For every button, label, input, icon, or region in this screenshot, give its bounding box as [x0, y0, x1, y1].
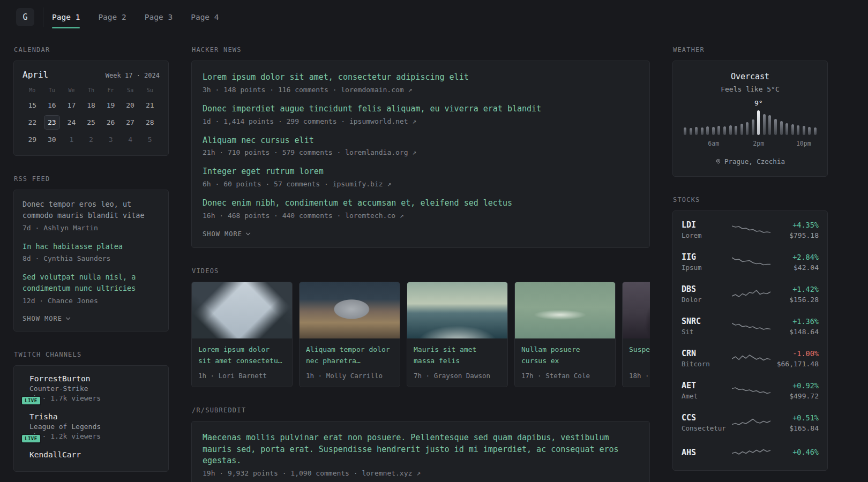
weather-bar	[712, 127, 715, 135]
tab-page-4[interactable]: Page 4	[191, 0, 219, 34]
story-stats: 21h · 710 points · 579 comments ·	[203, 148, 341, 156]
story-title-link[interactable]: Donec enim nibh, condimentum et accumsan…	[203, 198, 639, 209]
stock-id: AHS	[682, 448, 732, 459]
story-meta: 3h · 148 points · 116 comments · loremdo…	[203, 86, 639, 94]
video-meta: 17h · Stefan Cole	[521, 372, 609, 380]
stock-sparkline	[732, 222, 770, 238]
post-meta: 19h · 9,932 points · 1,090 comments · lo…	[203, 469, 639, 477]
post-domain-link[interactable]: loremnet.xyz ↗	[362, 469, 421, 477]
stock-price: $499.72	[770, 392, 819, 400]
stock-row[interactable]: IIG Ipsum +2.84% $42.04	[682, 246, 819, 278]
stock-price: $165.84	[770, 424, 819, 432]
rss-show-more-button[interactable]: SHOW MORE	[23, 315, 70, 322]
stock-row[interactable]: CCS Consectetur +0.51% $165.84	[682, 406, 819, 439]
subreddit-card: Maecenas mollis pulvinar erat non posuer…	[191, 421, 650, 482]
story-domain-link[interactable]: ipsumify.biz ↗	[333, 180, 392, 188]
stock-change: -1.00%	[770, 349, 819, 358]
stock-id: DBS Dolor	[682, 284, 732, 304]
story: Donec imperdiet augue tincidunt felis al…	[203, 103, 639, 125]
stock-name: Amet	[682, 392, 732, 400]
stock-change: +1.42%	[770, 285, 819, 293]
stock-values: +0.51% $165.84	[770, 413, 819, 432]
calendar-section-title: CALENDAR	[14, 46, 168, 54]
stock-id: SNRC Sit	[682, 317, 732, 336]
video-card[interactable]: Mauris sit amet massa felis 7h · Grayson…	[407, 282, 508, 387]
reddit-post: Maecenas mollis pulvinar erat non posuer…	[203, 432, 639, 477]
stock-sparkline	[732, 382, 770, 398]
video-title: Suspendisse diam	[629, 344, 650, 367]
twitch-channel[interactable]: KendallCarr	[23, 450, 160, 459]
post-title-link[interactable]: Maecenas mollis pulvinar erat non posuer…	[203, 432, 639, 467]
twitch-channel[interactable]: LIVE Trisha League of Legends 3h · 1.2k …	[23, 412, 160, 440]
stock-values: +2.84% $42.04	[770, 253, 819, 272]
page-tabs: Page 1 Page 2 Page 3 Page 4	[52, 0, 237, 34]
subreddit-section-title: /R/SUBREDDIT	[192, 406, 649, 414]
hackernews-section-title: HACKER NEWS	[192, 46, 649, 54]
story-meta: 6h · 60 points · 57 comments · ipsumify.…	[203, 180, 639, 188]
stock-sparkline	[732, 445, 770, 461]
stock-row[interactable]: AET Amet +0.92% $499.72	[682, 374, 819, 406]
app-logo[interactable]: G	[16, 8, 34, 26]
twitch-channel[interactable]: LIVE ForrestBurton Counter-Strike 1h · 1…	[23, 374, 160, 402]
weather-bar	[780, 121, 783, 135]
stock-name: Consectetur	[682, 424, 732, 432]
stock-row[interactable]: LDI Lorem +4.35% $795.18	[682, 214, 819, 246]
channel-game: Counter-Strike	[29, 385, 101, 393]
weather-bar	[774, 119, 777, 135]
story-domain-link[interactable]: loremtech.co ↗	[345, 212, 404, 220]
story-domain-link[interactable]: loremlandia.org ↗	[345, 148, 416, 156]
video-body: Nullam posuere cursus ex 17h · Stefan Co…	[515, 338, 615, 387]
rss-section-title: RSS FEED	[14, 175, 168, 183]
tab-page-2[interactable]: Page 2	[98, 0, 126, 34]
location-pin-icon	[715, 158, 721, 165]
video-title: Nullam posuere cursus ex	[521, 344, 609, 367]
stock-row[interactable]: SNRC Sit +1.36% $148.64	[682, 310, 819, 342]
stock-id: AET Amet	[682, 381, 732, 400]
calendar-day: 25	[83, 115, 99, 130]
post-stats: 19h · 9,932 points · 1,090 comments ·	[203, 469, 358, 477]
weather-time-label: 6am	[708, 140, 719, 147]
stock-row[interactable]: AHS +0.46%	[682, 439, 819, 468]
video-card[interactable]: Nullam posuere cursus ex 17h · Stefan Co…	[514, 282, 616, 387]
rss-item-title-link[interactable]: Sed volutpat nulla nisl, a condimentum n…	[23, 272, 160, 295]
stocks-widget: STOCKS LDI Lorem +4.35% $795.18	[672, 196, 828, 471]
story-title-link[interactable]: Integer eget rutrum lorem	[203, 166, 639, 178]
stock-name: Lorem	[682, 231, 732, 239]
stock-ticker: LDI	[682, 220, 732, 230]
calendar-dow: We	[62, 87, 81, 95]
rss-item-title-link[interactable]: Donec tempor eros leo, ut commodo mauris…	[23, 199, 160, 222]
video-title: Aliquam tempor dolor nec pharetra…	[306, 344, 393, 367]
video-card[interactable]: Suspendisse diam 18h · Tara	[622, 282, 650, 387]
stock-price: $42.04	[770, 263, 819, 272]
weather-bar	[723, 126, 726, 135]
weather-bar	[746, 122, 749, 135]
content-grid: CALENDAR April Week 17 · 2024 Mo Tu We T…	[0, 34, 868, 482]
stock-values: +0.46%	[770, 448, 819, 458]
stock-name: Dolor	[682, 296, 732, 304]
story-domain-link[interactable]: ipsumworld.net ↗	[349, 117, 416, 125]
story-meta: 16h · 468 points · 440 comments · loremt…	[203, 212, 639, 220]
story-title-link[interactable]: Lorem ipsum dolor sit amet, consectetur …	[203, 72, 639, 84]
rss-item-title-link[interactable]: In hac habitasse platea	[23, 241, 160, 252]
story-meta: 21h · 710 points · 579 comments · loreml…	[203, 148, 639, 156]
tab-page-1[interactable]: Page 1	[52, 0, 80, 34]
twitch-section-title: TWITCH CHANNELS	[14, 351, 168, 358]
story-title-link[interactable]: Aliquam nec cursus elit	[203, 135, 639, 147]
stock-ticker: AHS	[682, 448, 732, 457]
chevron-down-icon	[246, 231, 250, 235]
story-stats: 1d · 1,414 points · 299 comments ·	[203, 117, 345, 125]
hackernews-show-more-button[interactable]: SHOW MORE	[203, 230, 250, 238]
video-card[interactable]: Lorem ipsum dolor sit amet consectetu… 1…	[191, 282, 293, 387]
stock-row[interactable]: CRN Bitcorn -1.00% $66,171.48	[682, 342, 819, 374]
stocks-section-title: STOCKS	[673, 196, 827, 204]
story-domain-link[interactable]: loremdomain.com ↗	[341, 86, 412, 94]
videos-section-title: VIDEOS	[192, 267, 649, 275]
stock-values: -1.00% $66,171.48	[770, 349, 819, 368]
story-title-link[interactable]: Donec imperdiet augue tincidunt felis al…	[203, 103, 639, 115]
video-card[interactable]: Aliquam tempor dolor nec pharetra… 1h · …	[299, 282, 400, 387]
calendar-widget: CALENDAR April Week 17 · 2024 Mo Tu We T…	[13, 46, 169, 156]
weather-bar	[752, 119, 754, 135]
tab-page-3[interactable]: Page 3	[145, 0, 173, 34]
calendar-day: 28	[142, 115, 158, 130]
stock-row[interactable]: DBS Dolor +1.42% $156.28	[682, 278, 819, 310]
